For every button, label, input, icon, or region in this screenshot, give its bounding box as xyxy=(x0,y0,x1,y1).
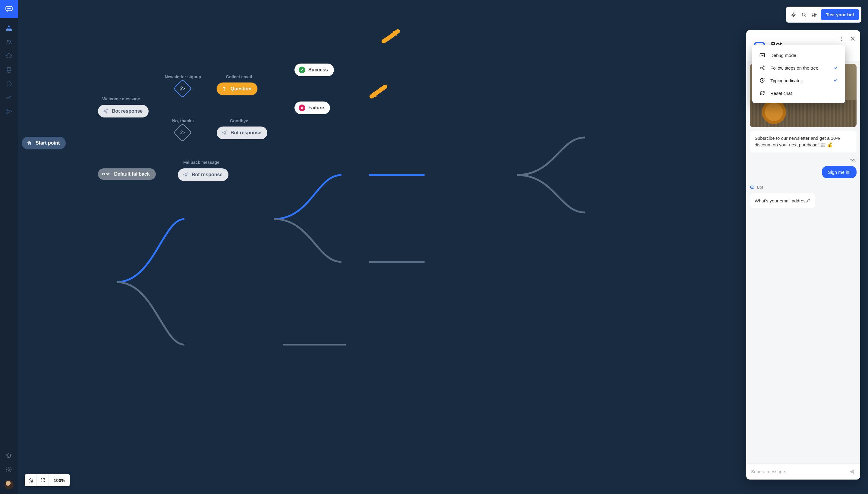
svg-point-12 xyxy=(8,469,10,471)
menu-typing-label: Typing indicator xyxy=(770,78,828,83)
terminal-icon xyxy=(759,52,765,58)
home-icon xyxy=(26,140,33,146)
node-fallback-title: Fallback message xyxy=(183,160,219,165)
svg-point-11 xyxy=(10,111,12,112)
else-badge: ELSE xyxy=(102,173,110,176)
chat-input-bar xyxy=(746,463,860,479)
node-default-fallback[interactable]: ELSE Default fallback xyxy=(98,168,156,180)
home-view-button[interactable] xyxy=(25,474,37,486)
svg-rect-23 xyxy=(760,53,764,57)
svg-text:?: ? xyxy=(223,86,226,92)
nav-brain-icon[interactable] xyxy=(5,52,13,60)
nav-settings-icon[interactable] xyxy=(5,466,13,474)
send-icon xyxy=(221,130,227,136)
chat-close-button[interactable] xyxy=(849,36,856,42)
svg-point-7 xyxy=(7,68,11,69)
svg-point-1 xyxy=(8,25,10,27)
menu-reset-chat[interactable]: Reset chat xyxy=(752,87,845,99)
check-icon xyxy=(833,78,838,83)
chat-send-button[interactable] xyxy=(849,469,855,475)
node-nothanks-diamond[interactable] xyxy=(173,123,192,142)
connectors xyxy=(18,0,868,494)
nav-academy-icon[interactable] xyxy=(5,452,13,460)
node-fallback-label: Bot response xyxy=(192,172,222,177)
user-avatar[interactable] xyxy=(4,480,14,489)
nav-tree-icon[interactable] xyxy=(5,25,13,32)
svg-point-25 xyxy=(763,66,764,66)
nav-integrations-icon[interactable] xyxy=(5,108,13,115)
svg-point-4 xyxy=(10,29,12,31)
sliders-icon[interactable] xyxy=(811,11,818,18)
branch-icon xyxy=(759,64,765,71)
svg-point-21 xyxy=(842,40,843,41)
node-goodbye-title: Goodbye xyxy=(230,118,248,123)
svg-point-6 xyxy=(10,40,11,42)
node-fallback-response[interactable]: Bot response xyxy=(178,168,228,181)
node-goodbye-label: Bot response xyxy=(230,130,261,136)
chat-user-message: Sign me in! xyxy=(822,166,856,178)
test-bot-button[interactable]: Test your bot xyxy=(821,9,859,20)
node-start-point[interactable]: Start point xyxy=(22,137,66,149)
node-question-label: Question xyxy=(230,86,251,92)
svg-point-2 xyxy=(6,29,8,31)
node-newsletter-diamond[interactable] xyxy=(173,79,192,98)
fullscreen-button[interactable] xyxy=(37,474,49,486)
svg-point-26 xyxy=(763,69,764,70)
nav-users-icon[interactable] xyxy=(5,39,13,46)
chat-input[interactable] xyxy=(751,469,849,474)
chat-bot-name: Bot xyxy=(757,185,763,189)
failure-icon: ✕ xyxy=(299,104,305,111)
zoom-toolbar: 100% xyxy=(25,474,70,486)
chat-bot-message-2: What's your email address? xyxy=(750,193,815,208)
lightning-icon[interactable] xyxy=(790,11,797,18)
node-welcome-title: Welcome message xyxy=(102,96,140,101)
node-newsletter-title: Newsletter signup xyxy=(165,74,201,79)
node-collect-email-title: Collect email xyxy=(226,74,252,79)
svg-point-16 xyxy=(814,13,815,14)
chat-bot-message: Subsrcibe to our newsletter and get a 10… xyxy=(750,131,856,152)
chat-menu-button[interactable] xyxy=(838,36,845,42)
menu-reset-label: Reset chat xyxy=(770,91,838,96)
svg-point-24 xyxy=(760,67,761,68)
node-question[interactable]: ? Question xyxy=(217,82,257,95)
svg-point-14 xyxy=(802,13,805,16)
svg-point-15 xyxy=(812,15,813,16)
user-response-icon xyxy=(180,86,186,92)
chat-options-menu: Debug mode Follow steps on the tree Typi… xyxy=(752,45,845,103)
send-icon xyxy=(102,108,109,114)
node-welcome-response[interactable]: Bot response xyxy=(98,105,149,117)
send-icon xyxy=(182,171,189,178)
menu-debug-mode[interactable]: Debug mode xyxy=(752,49,845,61)
node-welcome-label: Bot response xyxy=(112,109,143,114)
node-failure[interactable]: ✕ Failure xyxy=(294,101,330,114)
search-icon[interactable] xyxy=(800,11,808,18)
svg-point-20 xyxy=(842,39,843,39)
nav-clock-icon[interactable] xyxy=(5,80,13,87)
node-nothanks-title: No, thanks xyxy=(172,118,194,123)
svg-point-9 xyxy=(7,110,8,111)
check-icon xyxy=(833,65,838,71)
node-failure-label: Failure xyxy=(308,105,324,111)
node-success[interactable]: ✓ Success xyxy=(294,63,334,76)
sidebar xyxy=(0,0,18,494)
chat-bot-label-row: Bot xyxy=(750,185,856,190)
menu-follow-steps[interactable]: Follow steps on the tree xyxy=(752,61,845,74)
svg-point-17 xyxy=(815,14,816,15)
svg-point-19 xyxy=(842,37,843,38)
menu-typing-indicator[interactable]: Typing indicator xyxy=(752,74,845,87)
menu-follow-label: Follow steps on the tree xyxy=(770,65,828,71)
refresh-icon xyxy=(759,90,765,96)
nav-trend-icon[interactable] xyxy=(5,94,13,101)
svg-point-3 xyxy=(8,29,10,31)
clock-icon xyxy=(759,77,765,84)
node-success-label: Success xyxy=(308,67,328,73)
chat-mini-logo-icon xyxy=(750,185,755,190)
svg-point-5 xyxy=(7,40,9,42)
node-goodbye-response[interactable]: Bot response xyxy=(217,127,267,139)
app-logo[interactable] xyxy=(0,0,18,18)
top-toolbar: Test your bot xyxy=(786,7,861,23)
menu-debug-label: Debug mode xyxy=(770,53,838,58)
chat-body: Subsrcibe to our newsletter and get a 10… xyxy=(746,61,860,463)
flow-canvas[interactable]: Start point Welcome message Bot response… xyxy=(18,0,868,494)
nav-database-icon[interactable] xyxy=(5,66,13,74)
